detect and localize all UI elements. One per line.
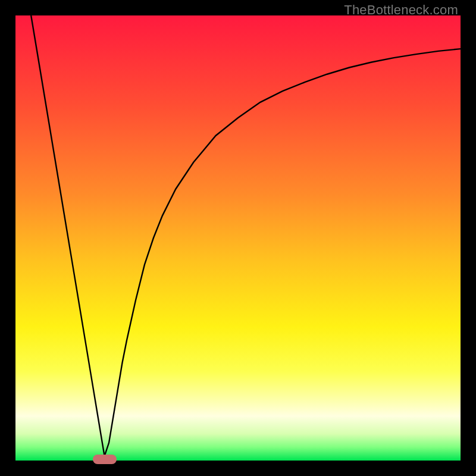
watermark-text: TheBottleneck.com [344, 2, 458, 18]
gradient-background [15, 15, 461, 461]
optimal-point-marker [93, 455, 117, 464]
plot-area [15, 15, 461, 461]
chart-frame [15, 15, 461, 461]
